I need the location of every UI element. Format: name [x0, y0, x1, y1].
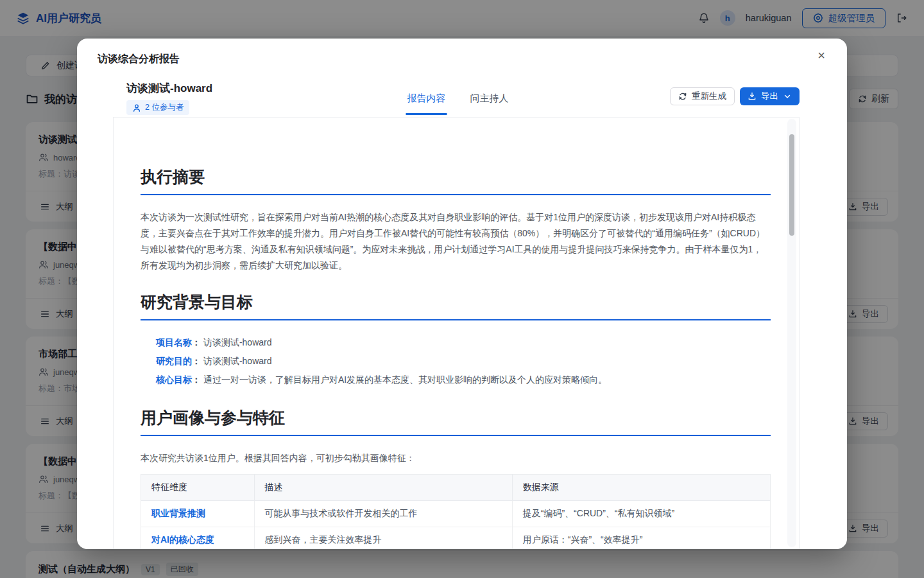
item-value: 访谈测试-howard: [203, 337, 272, 347]
table-header: 描述: [254, 475, 512, 501]
report-tabs: 报告内容 问主持人: [406, 92, 510, 115]
background-item: 核心目标： 通过一对一访谈，了解目标用户对AI发展的基本态度、其对职业影响的判断…: [156, 371, 771, 389]
modal-title: 访谈综合分析报告: [98, 53, 180, 66]
table-cell-description: 可能从事与技术或软件开发相关的工作: [254, 501, 512, 527]
regenerate-button[interactable]: 重新生成: [670, 87, 735, 105]
export-button[interactable]: 导出: [740, 87, 800, 105]
project-header: 访谈测试-howard 2 位参与者: [126, 81, 212, 115]
table-cell-dimension: 职业背景推测: [141, 501, 255, 527]
chevron-down-icon: [783, 92, 792, 101]
item-value: 访谈测试-howard: [203, 356, 272, 366]
item-separator: ：: [192, 374, 201, 385]
persona-intro: 本次研究共访谈1位用户。根据其回答内容，可初步勾勒其画像特征：: [141, 450, 771, 466]
item-separator: ：: [192, 337, 201, 347]
table-header-row: 特征维度 描述 数据来源: [141, 475, 771, 501]
report-modal: 访谈综合分析报告 × 访谈测试-howard 2 位参与者 报告内容 问主持人 …: [77, 39, 847, 549]
participants-badge-label: 2 位参与者: [145, 102, 184, 113]
background-item: 研究目的： 访谈测试-howard: [156, 352, 771, 371]
background-item: 项目名称： 访谈测试-howard: [156, 333, 771, 352]
summary-paragraph: 本次访谈为一次测试性研究，旨在探索用户对当前AI热潮的核心态度及其对自身职业影响…: [141, 209, 771, 274]
table-header: 数据来源: [512, 475, 770, 501]
persona-heading: 用户画像与参与特征: [141, 407, 771, 436]
persona-table: 特征维度 描述 数据来源 职业背景推测 可能从事与技术或软件开发相关的工作 提及…: [141, 474, 771, 549]
item-label: 项目名称: [156, 337, 192, 347]
download-icon: [748, 92, 757, 101]
report-panel: 执行摘要 本次访谈为一次测试性研究，旨在探索用户对当前AI热潮的核心态度及其对自…: [113, 117, 800, 549]
project-title: 访谈测试-howard: [126, 81, 212, 96]
report-content: 执行摘要 本次访谈为一次测试性研究，旨在探索用户对当前AI热潮的核心态度及其对自…: [114, 166, 799, 549]
refresh-icon: [678, 92, 687, 101]
item-value: 通过一对一访谈，了解目标用户对AI发展的基本态度、其对职业影响的判断以及个人的应…: [203, 374, 607, 385]
item-label: 核心目标: [156, 374, 192, 385]
item-separator: ：: [192, 356, 201, 366]
scrollbar-thumb[interactable]: [789, 134, 794, 236]
person-icon: [132, 103, 141, 112]
table-cell-dimension: 对AI的核心态度: [141, 527, 255, 550]
table-header: 特征维度: [141, 475, 255, 501]
participants-badge: 2 位参与者: [126, 100, 189, 115]
table-cell-source: 提及“编码”、“CRUD”、“私有知识领域”: [512, 501, 770, 527]
export-label: 导出: [761, 91, 778, 102]
item-label: 研究目的: [156, 356, 192, 366]
table-cell-source: 用户原话：“兴奋”、“效率提升”: [512, 527, 770, 550]
modal-actions: 重新生成 导出: [670, 87, 800, 105]
regenerate-label: 重新生成: [692, 91, 726, 102]
tab-report-content[interactable]: 报告内容: [406, 92, 447, 115]
tab-ask-moderator[interactable]: 问主持人: [469, 92, 510, 115]
background-heading: 研究背景与目标: [141, 292, 771, 320]
background-list: 项目名称： 访谈测试-howard 研究目的： 访谈测试-howard 核心目标…: [141, 333, 771, 389]
summary-heading: 执行摘要: [141, 166, 771, 195]
table-cell-description: 感到兴奋，主要关注效率提升: [254, 527, 512, 550]
close-icon[interactable]: ×: [817, 49, 825, 62]
table-row: 职业背景推测 可能从事与技术或软件开发相关的工作 提及“编码”、“CRUD”、“…: [141, 501, 771, 527]
table-row: 对AI的核心态度 感到兴奋，主要关注效率提升 用户原话：“兴奋”、“效率提升”: [141, 527, 771, 550]
